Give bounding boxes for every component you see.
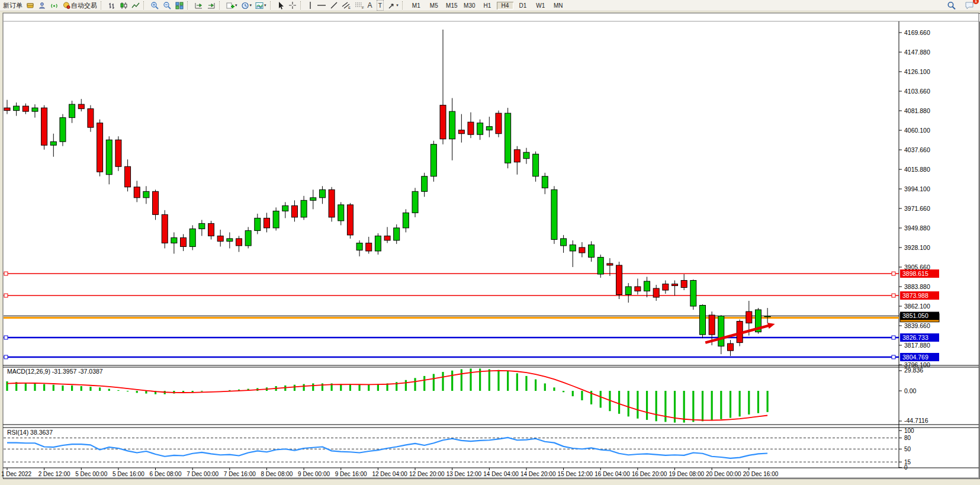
- svg-text:19 Dec 08:00: 19 Dec 08:00: [669, 471, 705, 477]
- svg-text:100: 100: [904, 428, 914, 434]
- svg-text:80: 80: [904, 435, 911, 441]
- svg-text:1 Dec 2022: 1 Dec 2022: [1, 471, 32, 477]
- svg-text:3928.100: 3928.100: [904, 244, 930, 251]
- svg-text:16 Dec 20:00: 16 Dec 20:00: [632, 471, 667, 477]
- svg-text:3971.660: 3971.660: [904, 205, 930, 212]
- svg-text:4147.880: 4147.880: [904, 49, 930, 56]
- svg-text:7 Dec 00:00: 7 Dec 00:00: [187, 471, 219, 477]
- svg-text:14 Dec 20:00: 14 Dec 20:00: [520, 471, 556, 477]
- svg-text:6 Dec 08:00: 6 Dec 08:00: [150, 471, 182, 477]
- svg-text:3804.769: 3804.769: [902, 354, 928, 361]
- svg-text:3839.660: 3839.660: [904, 322, 930, 329]
- svg-text:0: 0: [904, 464, 908, 471]
- svg-text:3826.733: 3826.733: [902, 334, 928, 341]
- macd-indicator-label: MACD(12,26,9) -31.3957 -37.0387: [7, 368, 103, 375]
- svg-text:9 Dec 00:00: 9 Dec 00:00: [298, 471, 330, 477]
- svg-text:4060.100: 4060.100: [904, 127, 930, 134]
- svg-text:3994.100: 3994.100: [904, 185, 930, 192]
- svg-text:4103.660: 4103.660: [904, 88, 930, 95]
- svg-text:7 Dec 16:00: 7 Dec 16:00: [224, 471, 256, 477]
- rsi-indicator-label: RSI(14) 38.3637: [7, 429, 53, 436]
- svg-text:5 Dec 16:00: 5 Dec 16:00: [113, 471, 144, 477]
- svg-text:50: 50: [904, 446, 911, 452]
- svg-text:9 Dec 16:00: 9 Dec 16:00: [335, 471, 367, 477]
- svg-text:15 Dec 12:00: 15 Dec 12:00: [558, 471, 593, 477]
- svg-text:20 Dec 16:00: 20 Dec 16:00: [743, 471, 779, 477]
- svg-text:4081.880: 4081.880: [904, 107, 930, 114]
- svg-text:4126.100: 4126.100: [904, 68, 930, 75]
- svg-text:3851.050: 3851.050: [902, 312, 928, 319]
- svg-text:4169.660: 4169.660: [904, 29, 930, 36]
- svg-text:3949.880: 3949.880: [904, 224, 930, 232]
- svg-text:3862.100: 3862.100: [904, 303, 930, 310]
- svg-text:13 Dec 12:00: 13 Dec 12:00: [446, 471, 482, 477]
- svg-text:4015.880: 4015.880: [904, 166, 930, 173]
- svg-text:3817.880: 3817.880: [904, 342, 930, 349]
- svg-text:12 Dec 04:00: 12 Dec 04:00: [372, 471, 407, 477]
- svg-text:16 Dec 04:00: 16 Dec 04:00: [595, 471, 630, 477]
- svg-text:3873.988: 3873.988: [902, 292, 928, 299]
- price-chart-canvas[interactable]: 4169.6604147.8804126.1004103.6604081.880…: [0, 0, 980, 485]
- svg-text:3905.660: 3905.660: [904, 264, 930, 271]
- svg-text:-44.7116: -44.7116: [904, 417, 928, 424]
- svg-text:20 Dec 00:00: 20 Dec 00:00: [706, 471, 741, 477]
- svg-text:5 Dec 00:00: 5 Dec 00:00: [75, 471, 107, 477]
- svg-text:3898.615: 3898.615: [902, 270, 928, 277]
- svg-text:3883.880: 3883.880: [904, 283, 930, 290]
- svg-text:14 Dec 04:00: 14 Dec 04:00: [483, 471, 519, 477]
- svg-text:29.836: 29.836: [904, 367, 923, 374]
- svg-text:8 Dec 08:00: 8 Dec 08:00: [261, 471, 293, 477]
- svg-text:12 Dec 20:00: 12 Dec 20:00: [409, 471, 445, 477]
- svg-text:0.00: 0.00: [904, 387, 917, 394]
- svg-text:2 Dec 12:00: 2 Dec 12:00: [38, 471, 70, 477]
- svg-text:4037.660: 4037.660: [904, 146, 930, 153]
